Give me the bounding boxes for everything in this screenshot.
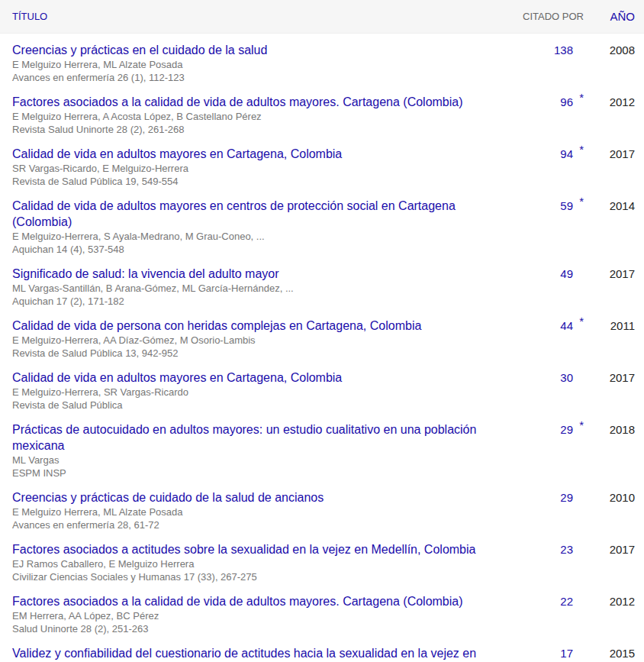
publication-title-link[interactable]: Factores asociados a la calidad de vida … [12, 95, 463, 108]
publication-title-link[interactable]: Prácticas de autocuidado en adultos mayo… [12, 423, 476, 452]
cited-by-count-link[interactable]: 29 [560, 489, 573, 505]
publication-title-link[interactable]: Calidad de vida de persona con heridas c… [12, 319, 421, 332]
publication-year: 2012 [584, 593, 644, 635]
publication-year: 2015 [584, 645, 644, 662]
publication-venue: Revista de Salud Pública 13, 942-952 [12, 347, 477, 360]
publication-row: Calidad de vida de persona con heridas c… [0, 309, 644, 361]
publication-title-link[interactable]: Factores asociados a actitudes sobre la … [12, 543, 475, 556]
publication-row: Factores asociados a la calidad de vida … [0, 86, 644, 137]
publication-venue: Salud Uninorte 28 (2), 251-263 [12, 622, 477, 635]
sort-by-year-link[interactable]: AÑO [610, 10, 635, 23]
publication-row: Validez y confiabilidad del cuestionario… [0, 637, 644, 662]
publication-title-link[interactable]: Creencias y prácticas de cuidado de la s… [12, 491, 324, 504]
publication-title-link[interactable]: Factores asociados a la calidad de vida … [12, 595, 463, 608]
publication-year: 2010 [584, 489, 644, 531]
publication-title-link[interactable]: Creencias y prácticas en el cuidado de l… [12, 44, 267, 57]
cited-by-count-link[interactable]: 96 [560, 94, 573, 110]
cited-by-count-link[interactable]: 17 [560, 645, 573, 661]
publication-authors: E Melguizo Herrera, A Acosta López, B Ca… [12, 110, 477, 123]
publication-authors: E Melguizo-Herrera, S Ayala-Medrano, M G… [12, 230, 477, 243]
publication-authors: ML Vargas-Santillán, B Arana-Gómez, ML G… [12, 282, 477, 295]
publication-title-link[interactable]: Calidad de vida de adultos mayores en ce… [12, 199, 456, 228]
publication-authors: E Melguizo-Herrera, SR Vargas-Ricardo [12, 386, 477, 399]
publication-row: Factores asociados a actitudes sobre la … [0, 533, 644, 585]
publication-venue: Avances en enfermería 28, 61-72 [12, 518, 477, 531]
publication-row: Prácticas de autocuidado en adultos mayo… [0, 413, 644, 481]
publication-authors: EM Herrera, AA López, BC Pérez [12, 609, 477, 622]
publication-year: 2012 [584, 94, 644, 136]
publication-title-link[interactable]: Calidad de vida en adultos mayores en Ca… [12, 371, 342, 384]
cited-by-count-link[interactable]: 138 [554, 42, 573, 58]
publication-venue: ESPM INSP [12, 467, 477, 480]
publication-year: 2017 [584, 541, 644, 583]
sort-by-citations-label[interactable]: CITADO POR [523, 11, 584, 22]
publication-venue: Revista de Salud Pública 19, 549-554 [12, 175, 477, 188]
cited-by-count-link[interactable]: 44 [560, 318, 573, 334]
publication-venue: Avances en enfermería 26 (1), 112-123 [12, 71, 477, 84]
publication-venue: Revista de Salud Pública [12, 399, 477, 412]
publication-year: 2011 [584, 318, 644, 360]
publication-row: Factores asociados a la calidad de vida … [0, 585, 644, 637]
publication-venue: Civilizar Ciencias Sociales y Humanas 17… [12, 570, 477, 583]
publication-row: Calidad de vida de adultos mayores en ce… [0, 189, 644, 257]
cited-by-count-link[interactable]: 30 [560, 370, 573, 386]
publication-row: Creencias y prácticas de cuidado de la s… [0, 481, 644, 533]
publication-year: 2017 [584, 146, 644, 188]
publication-title-link[interactable]: Significado de salud: la vivencia del ad… [12, 267, 279, 280]
publication-row: Creencias y prácticas en el cuidado de l… [0, 34, 644, 86]
publication-authors: SR Vargas-Ricardo, E Melguizo-Herrera [12, 162, 477, 175]
merged-citations-asterisk: * [573, 193, 584, 209]
sort-by-title-link[interactable]: TÍTULO [12, 11, 47, 22]
merged-citations-asterisk: * [573, 313, 584, 329]
publication-venue: Aquichan 14 (4), 537-548 [12, 243, 477, 256]
publication-authors: E Melguizo Herrera, ML Alzate Posada [12, 505, 477, 518]
merged-citations-asterisk: * [573, 89, 584, 105]
publication-year: 2017 [584, 266, 644, 308]
publication-authors: E Melguizo Herrera, ML Alzate Posada [12, 58, 477, 71]
publication-title-link[interactable]: Validez y confiabilidad del cuestionario… [12, 647, 476, 662]
publications-table-header: TÍTULO CITADO POR AÑO [0, 0, 644, 34]
cited-by-count-link[interactable]: 22 [560, 593, 573, 609]
publication-venue: Aquichan 17 (2), 171-182 [12, 295, 477, 308]
merged-citations-asterisk: * [573, 417, 584, 433]
publications-table: TÍTULO CITADO POR AÑO Creencias y prácti… [0, 0, 644, 662]
publication-authors: ML Vargas [12, 454, 477, 467]
publications-list: Creencias y prácticas en el cuidado de l… [0, 34, 644, 662]
cited-by-count-link[interactable]: 23 [560, 541, 573, 557]
publication-year: 2017 [584, 370, 644, 412]
publication-year: 2018 [584, 421, 644, 480]
publication-row: Significado de salud: la vivencia del ad… [0, 257, 644, 309]
cited-by-count-link[interactable]: 59 [560, 198, 573, 214]
publication-authors: EJ Ramos Caballero, E Melguizo Herrera [12, 557, 477, 570]
publication-row: Calidad de vida en adultos mayores en Ca… [0, 137, 644, 189]
merged-citations-asterisk: * [573, 141, 584, 157]
cited-by-count-link[interactable]: 94 [560, 146, 573, 162]
cited-by-count-link[interactable]: 49 [560, 266, 573, 282]
publication-year: 2008 [584, 42, 644, 84]
publication-authors: E Melguizo-Herrera, AA Díaz-Gómez, M Oso… [12, 334, 477, 347]
publication-venue: Revista Salud Uninorte 28 (2), 261-268 [12, 123, 477, 136]
cited-by-count-link[interactable]: 29 [560, 421, 573, 438]
publication-year: 2014 [584, 198, 644, 256]
publication-title-link[interactable]: Calidad de vida en adultos mayores en Ca… [12, 147, 342, 160]
publication-row: Calidad de vida en adultos mayores en Ca… [0, 361, 644, 413]
